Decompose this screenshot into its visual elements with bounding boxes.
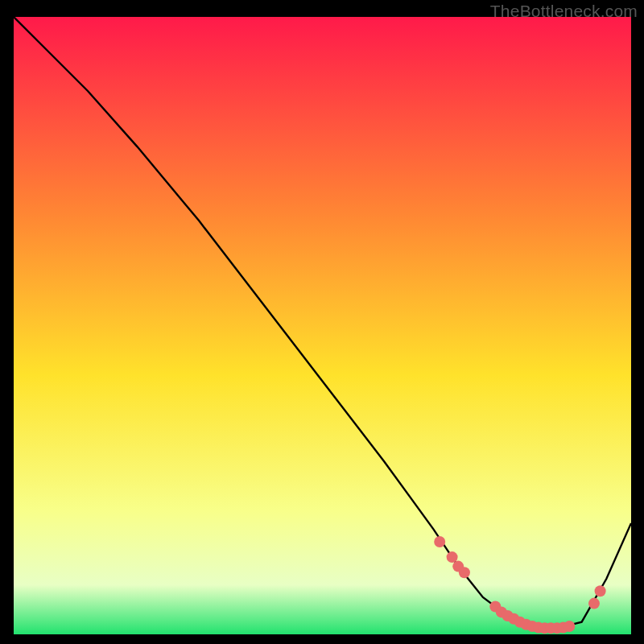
plot-svg xyxy=(14,17,631,634)
optimal-dot xyxy=(588,598,600,609)
optimal-dot xyxy=(595,585,606,597)
optimal-dot xyxy=(564,621,575,632)
watermark-text: TheBottleneck.com xyxy=(490,2,638,21)
optimal-dot xyxy=(447,551,458,563)
chart-stage: TheBottleneck.com xyxy=(0,0,644,644)
optimal-dot xyxy=(434,536,445,547)
gradient-background xyxy=(14,17,631,634)
plot-area xyxy=(14,17,631,634)
optimal-dot xyxy=(459,567,470,578)
